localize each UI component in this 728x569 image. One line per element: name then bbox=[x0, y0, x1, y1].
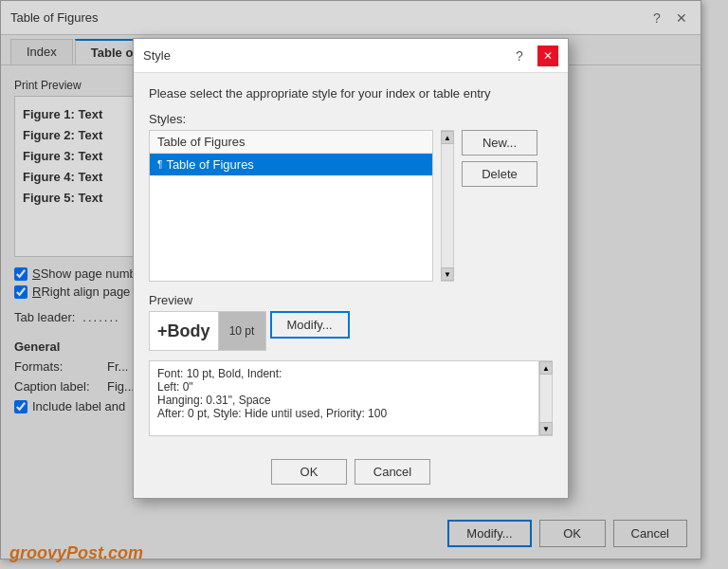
delete-style-button[interactable]: Delete bbox=[462, 161, 537, 187]
preview-inner: +Body 10 pt bbox=[149, 311, 266, 351]
description-text-box: Font: 10 pt, Bold, Indent: Left: 0" Hang… bbox=[149, 360, 539, 436]
list-item-label: Table of Figures bbox=[166, 157, 254, 172]
styles-listbox[interactable]: Table of Figures ¶ Table of Figures bbox=[149, 130, 433, 282]
style-dialog: Style ? ✕ Please select the appropriate … bbox=[133, 38, 569, 499]
style-preview-label: Preview bbox=[149, 293, 553, 307]
desc-scrollbar[interactable]: ▲ ▼ bbox=[539, 360, 553, 436]
desc-line-1: Font: 10 pt, Bold, Indent: bbox=[157, 367, 531, 380]
styles-scrollbar[interactable]: ▲ ▼ bbox=[441, 130, 454, 282]
style-ok-button[interactable]: OK bbox=[271, 459, 347, 485]
desc-line-2: Left: 0" bbox=[157, 380, 531, 394]
styles-label: Styles: bbox=[149, 112, 553, 126]
style-modify-button[interactable]: Modify... bbox=[270, 311, 350, 339]
style-help-button[interactable]: ? bbox=[509, 46, 530, 66]
style-list-header: Table of Figures bbox=[150, 131, 432, 154]
new-style-button[interactable]: New... bbox=[462, 130, 537, 156]
style-bottom-buttons: OK Cancel bbox=[134, 450, 568, 498]
style-close-button[interactable]: ✕ bbox=[537, 46, 558, 66]
styles-buttons: New... Delete bbox=[462, 130, 537, 282]
desc-line-4: After: 0 pt, Style: Hide until used, Pri… bbox=[157, 407, 531, 420]
preview-pt: 10 pt bbox=[229, 324, 255, 338]
preview-pt-box: 10 pt bbox=[218, 312, 265, 350]
style-dialog-title: Style bbox=[143, 48, 171, 63]
desc-scroll-up[interactable]: ▲ bbox=[539, 361, 553, 375]
list-item-icon: ¶ bbox=[157, 159, 162, 170]
style-description: Please select the appropriate style for … bbox=[149, 86, 553, 101]
style-body: Please select the appropriate style for … bbox=[134, 73, 568, 450]
desc-line-3: Hanging: 0.31", Space bbox=[157, 394, 531, 407]
style-cancel-button[interactable]: Cancel bbox=[355, 459, 430, 485]
style-titlebar-icons: ? ✕ bbox=[509, 46, 558, 66]
style-titlebar: Style ? ✕ bbox=[134, 39, 568, 73]
styles-scroll-down[interactable]: ▼ bbox=[441, 267, 454, 281]
style-preview-section: Preview +Body 10 pt Modify... bbox=[149, 293, 553, 351]
description-area: Font: 10 pt, Bold, Indent: Left: 0" Hang… bbox=[149, 360, 553, 436]
preview-body-text: +Body bbox=[150, 314, 218, 349]
styles-scroll-up[interactable]: ▲ bbox=[441, 131, 454, 144]
desc-scroll-down[interactable]: ▼ bbox=[539, 422, 553, 435]
styles-area: Table of Figures ¶ Table of Figures ▲ ▼ … bbox=[149, 130, 553, 282]
style-list-item[interactable]: ¶ Table of Figures bbox=[150, 154, 432, 175]
preview-row: +Body 10 pt Modify... bbox=[149, 311, 553, 351]
